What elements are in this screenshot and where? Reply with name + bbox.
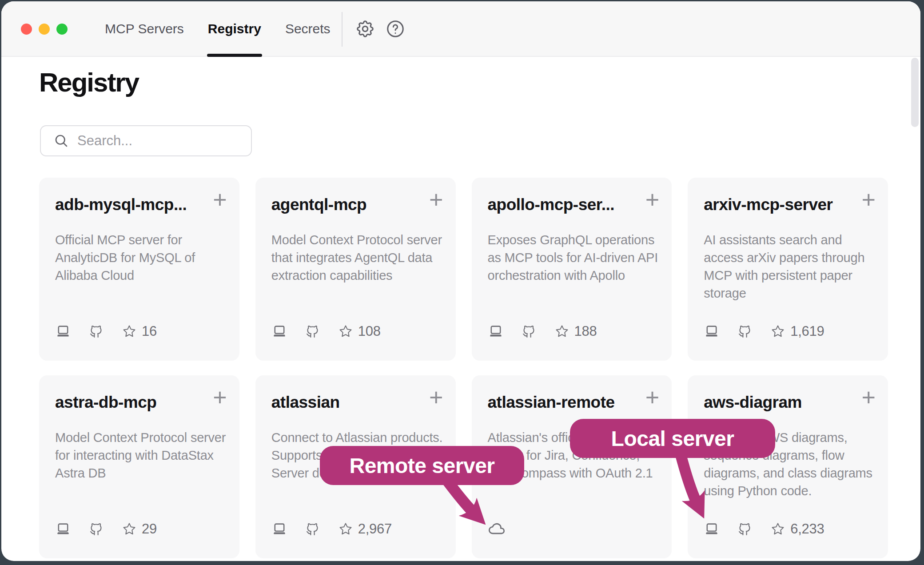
star-icon: 188 [555,323,597,339]
laptop-icon [55,323,71,339]
server-name: apollo-mcp-ser... [488,195,633,214]
add-server-button[interactable]: + [213,385,227,409]
server-description: Model Context Protocol server that integ… [271,231,447,284]
minimize-button[interactable] [39,24,50,35]
star-icon: 2,967 [339,521,392,537]
star-count: 29 [142,521,157,537]
add-server-button[interactable]: + [429,385,443,409]
page-title: Registry [39,67,139,98]
server-description: Model Context Protocol server for intera… [55,429,231,482]
server-name: astra-db-mcp [55,393,200,412]
close-button[interactable] [21,24,32,35]
server-description: AI assistants search and access arXiv pa… [704,231,880,302]
cloud-icon [488,520,506,538]
server-name: aws-diagram [704,393,849,412]
add-server-button[interactable]: + [645,385,660,409]
github-icon [737,522,752,537]
star-icon: 6,233 [771,521,824,537]
zoom-button[interactable] [56,24,68,35]
server-card[interactable]: agentql-mcp + Model Context Protocol ser… [255,178,456,361]
github-icon [737,324,752,339]
card-grid: adb-mysql-mcp... + Official MCP server f… [39,178,888,558]
app-window: MCP Servers Registry Secrets Registry [1,1,920,561]
star-icon: 108 [339,323,381,339]
github-icon [305,324,320,339]
star-count: 16 [142,323,157,339]
laptop-icon [271,521,287,537]
laptop-icon [704,323,720,339]
github-icon [89,522,104,537]
star-count: 6,233 [790,521,824,537]
server-card[interactable]: adb-mysql-mcp... + Official MCP server f… [39,178,239,361]
search-box[interactable] [40,125,252,156]
star-icon: 29 [123,521,157,537]
tab-mcp-servers[interactable]: MCP Servers [104,1,185,56]
star-count: 2,967 [358,521,392,537]
github-icon [522,324,536,339]
star-count: 1,619 [790,323,824,339]
server-card[interactable]: apollo-mcp-ser... + Exposes GraphQL oper… [472,178,672,361]
server-stats: 29 [55,520,157,538]
laptop-icon [488,323,504,339]
server-description: Official MCP server for AnalyticDB for M… [55,231,231,284]
server-name: atlassian-remote [488,393,633,412]
add-server-button[interactable]: + [429,187,443,211]
scrollbar-thumb[interactable] [911,58,919,127]
laptop-icon [271,323,287,339]
server-stats: 1,619 [704,322,824,340]
help-icon[interactable] [385,19,406,39]
laptop-icon [55,521,71,537]
server-stats [488,520,506,538]
add-server-button[interactable]: + [861,187,876,211]
title-bar: MCP Servers Registry Secrets [1,1,920,57]
gear-icon[interactable] [355,19,375,39]
remote-server-callout: Remote server [320,446,524,485]
tab-registry[interactable]: Registry [207,1,262,56]
star-icon: 16 [123,323,157,339]
star-count: 188 [574,323,597,339]
github-icon [89,324,104,339]
tab-secrets[interactable]: Secrets [284,1,331,56]
github-icon [305,522,320,537]
server-stats: 108 [271,322,381,340]
traffic-lights [21,24,68,35]
server-name: arxiv-mcp-server [704,195,849,214]
main-tabs: MCP Servers Registry Secrets [104,1,331,56]
server-name: atlassian [271,393,417,412]
add-server-button[interactable]: + [213,187,227,211]
server-name: adb-mysql-mcp... [55,195,200,214]
search-input[interactable] [77,133,237,149]
header-divider [342,12,343,47]
star-count: 108 [358,323,381,339]
server-name: agentql-mcp [271,195,417,214]
server-stats: 16 [55,322,157,340]
laptop-icon [704,521,720,537]
add-server-button[interactable]: + [645,187,660,211]
search-icon [53,133,69,149]
server-stats: 2,967 [271,520,392,538]
star-icon: 1,619 [771,323,824,339]
server-card[interactable]: arxiv-mcp-server + AI assistants search … [688,178,888,361]
server-stats: 188 [488,322,597,340]
server-description: Exposes GraphQL operations as MCP tools … [488,231,664,284]
server-card[interactable]: astra-db-mcp + Model Context Protocol se… [39,375,239,558]
local-server-callout: Local server [570,419,775,458]
server-stats: 6,233 [704,520,824,538]
add-server-button[interactable]: + [861,385,876,409]
server-card[interactable]: aws-diagram + Generate AWS diagrams, seq… [688,375,888,558]
